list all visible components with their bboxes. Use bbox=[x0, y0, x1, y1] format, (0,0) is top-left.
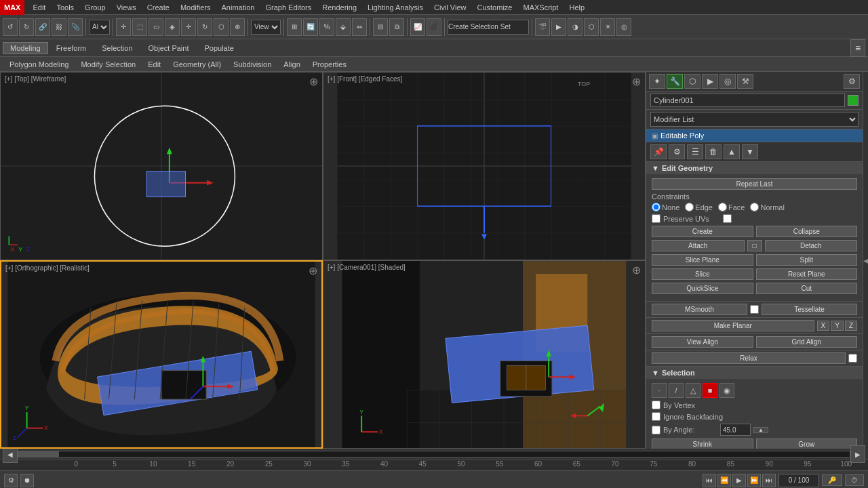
menu-help[interactable]: Help bbox=[564, 2, 590, 13]
exposure-btn[interactable]: ☀ bbox=[600, 18, 615, 36]
render-setup-btn[interactable]: 🎬 bbox=[535, 18, 550, 36]
ribbon-edit[interactable]: Edit bbox=[142, 60, 166, 69]
constraint-edge-label[interactable]: Edge bbox=[685, 203, 713, 211]
create-icon-btn[interactable]: ✦ bbox=[649, 74, 665, 89]
object-name-input[interactable]: Cylinder001 bbox=[650, 94, 845, 107]
grid-align-btn[interactable]: Grid Align bbox=[756, 336, 858, 348]
viewport-orthographic-realistic[interactable]: [+] [Orthographic] [Realistic] ⊕ bbox=[0, 260, 323, 449]
tab-selection[interactable]: Selection bbox=[94, 42, 140, 54]
timeline-scroll-track[interactable] bbox=[18, 451, 850, 458]
create-btn[interactable]: Create bbox=[652, 226, 753, 237]
tab-populate[interactable]: Populate bbox=[197, 42, 241, 54]
ribbon-poly-modeling[interactable]: Polygon Modeling bbox=[4, 60, 74, 69]
ribbon-toggle[interactable]: ≡ bbox=[850, 39, 865, 57]
material-editor-btn[interactable]: ◎ bbox=[616, 18, 631, 36]
timeline-scrollbar[interactable]: ◀ ▶ bbox=[0, 449, 868, 460]
constraint-normal-radio[interactable] bbox=[750, 203, 759, 211]
menu-tools[interactable]: Tools bbox=[51, 2, 79, 13]
constraint-edge-radio[interactable] bbox=[685, 203, 694, 211]
z-btn[interactable]: Z bbox=[845, 321, 857, 331]
constraint-none-radio[interactable] bbox=[652, 203, 660, 211]
by-vertex-checkbox[interactable] bbox=[652, 401, 660, 409]
grow-btn[interactable]: Grow bbox=[756, 439, 858, 449]
play-btn[interactable]: ▶ bbox=[732, 474, 746, 487]
vp-br-corner[interactable]: ⊕ bbox=[632, 264, 641, 277]
show-modifiers-btn[interactable]: ☰ bbox=[687, 144, 703, 159]
next-key-btn[interactable]: ⏩ bbox=[747, 474, 761, 487]
viewport-top-wireframe[interactable]: [+] [Top] [Wireframe] ⊕ X Y bbox=[0, 72, 323, 260]
curve-editor-btn[interactable]: 📈 bbox=[410, 18, 425, 36]
menu-lighting[interactable]: Lighting Analysis bbox=[362, 2, 429, 13]
layer-btn[interactable]: ⧉ bbox=[389, 18, 404, 36]
viewport-front-edged[interactable]: [+] [Front] [Edged Faces] ⊕ bbox=[323, 72, 646, 260]
menu-civil-view[interactable]: Civil View bbox=[429, 2, 471, 13]
ribbon-align[interactable]: Align bbox=[278, 60, 305, 69]
selection-header[interactable]: ▼ Selection bbox=[646, 367, 863, 379]
unlink-btn[interactable]: ⛓ bbox=[52, 18, 66, 36]
link-btn[interactable]: 🔗 bbox=[35, 18, 50, 36]
redo-btn[interactable]: ↻ bbox=[19, 18, 34, 36]
vp-tr-corner[interactable]: ⊕ bbox=[632, 75, 641, 88]
modify-icon-btn[interactable]: 🔧 bbox=[667, 74, 683, 89]
menu-customize[interactable]: Customize bbox=[472, 2, 518, 13]
tab-modeling[interactable]: Modeling bbox=[3, 42, 48, 54]
utility-icon-btn[interactable]: ⚒ bbox=[737, 74, 753, 89]
pin-btn[interactable]: 📌 bbox=[650, 144, 667, 159]
undo-btn[interactable]: ↺ bbox=[3, 18, 18, 36]
prev-key-btn[interactable]: ⏪ bbox=[717, 474, 731, 487]
menu-graph-editors[interactable]: Graph Editors bbox=[260, 2, 317, 13]
attach-sq-btn[interactable]: □ bbox=[747, 240, 762, 251]
make-planar-btn[interactable]: Make Planar bbox=[652, 320, 814, 331]
tab-object-paint[interactable]: Object Paint bbox=[141, 42, 197, 54]
poly-select-icon[interactable]: ■ bbox=[703, 383, 717, 398]
key-mode-btn[interactable]: 🔑 bbox=[822, 474, 842, 486]
filter-select[interactable]: Al bbox=[89, 20, 110, 35]
motion-icon-btn[interactable]: ▶ bbox=[702, 74, 718, 89]
split-btn[interactable]: Split bbox=[756, 254, 858, 266]
x-btn[interactable]: X bbox=[817, 321, 830, 331]
constraint-none-label[interactable]: None bbox=[652, 203, 679, 211]
render-btn[interactable]: ▶ bbox=[551, 18, 566, 36]
move-btn[interactable]: ✛ bbox=[181, 18, 196, 36]
ribbon-properties[interactable]: Properties bbox=[307, 60, 352, 69]
snap-btn[interactable]: ⊞ bbox=[287, 18, 302, 36]
border-select-icon[interactable]: △ bbox=[686, 383, 701, 398]
go-start-btn[interactable]: ⏮ bbox=[703, 474, 716, 487]
ribbon-modify-selection[interactable]: Modify Selection bbox=[75, 60, 141, 69]
mirror-btn[interactable]: ⇔ bbox=[352, 18, 367, 36]
hierarchy-icon-btn[interactable]: ⬡ bbox=[684, 74, 701, 89]
active-shade-btn[interactable]: ◑ bbox=[568, 18, 583, 36]
select-region-btn[interactable]: ⬚ bbox=[132, 18, 147, 36]
collapse-btn[interactable]: Collapse bbox=[756, 226, 858, 237]
modifier-editable-poly[interactable]: ▣ Editable Poly bbox=[646, 129, 863, 142]
time-config-btn[interactable]: ⏱ bbox=[845, 474, 864, 486]
tab-freeform[interactable]: Freeform bbox=[49, 42, 94, 54]
menu-maxscript[interactable]: MAXScript bbox=[517, 2, 564, 13]
constraint-normal-label[interactable]: Normal bbox=[750, 203, 784, 211]
relax-btn[interactable]: Relax bbox=[652, 352, 846, 364]
configure-btn[interactable]: ⚙ bbox=[669, 144, 685, 159]
shrink-btn[interactable]: Shrink bbox=[652, 439, 753, 449]
cut-btn[interactable]: Cut bbox=[756, 283, 858, 294]
menu-group[interactable]: Group bbox=[79, 2, 111, 13]
ignore-backfacing-checkbox[interactable] bbox=[652, 412, 660, 421]
ribbon-subdivision[interactable]: Subdivision bbox=[228, 60, 277, 69]
render-region-btn[interactable]: ⬡ bbox=[584, 18, 599, 36]
vertex-select-icon[interactable]: · bbox=[652, 383, 667, 398]
msmooth-btn[interactable]: MSmooth bbox=[652, 304, 747, 315]
slice-btn[interactable]: Slice bbox=[652, 268, 753, 280]
element-select-icon[interactable]: ◉ bbox=[719, 383, 734, 398]
vp-tl-corner[interactable]: ⊕ bbox=[309, 75, 318, 88]
constraint-face-label[interactable]: Face bbox=[718, 203, 745, 211]
menu-create[interactable]: Create bbox=[142, 2, 175, 13]
view-align-btn[interactable]: View Align bbox=[652, 336, 753, 348]
move-up-btn[interactable]: ▲ bbox=[724, 144, 740, 159]
align-btn[interactable]: ⊟ bbox=[373, 18, 388, 36]
menu-views[interactable]: Views bbox=[111, 2, 142, 13]
msmooth-checkbox[interactable] bbox=[750, 305, 759, 314]
reset-plane-btn[interactable]: Reset Plane bbox=[756, 268, 858, 280]
select-btn[interactable]: ✛ bbox=[116, 18, 131, 36]
percent-snap-btn[interactable]: % bbox=[319, 18, 334, 36]
attach-btn[interactable]: Attach bbox=[652, 240, 745, 251]
relax-checkbox[interactable] bbox=[848, 354, 857, 363]
